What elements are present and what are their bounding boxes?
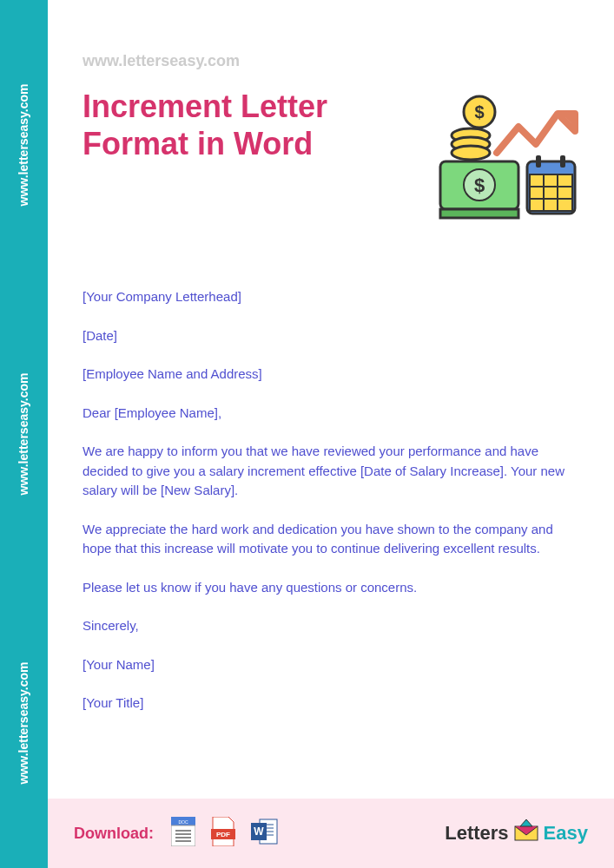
header-row: Increment Letter Format in Word $ $ bbox=[83, 88, 579, 235]
logo-text-1: Letters bbox=[445, 822, 508, 845]
envelope-icon bbox=[513, 819, 539, 847]
doc-icon[interactable]: DOC bbox=[171, 817, 195, 850]
sidebar: www.letterseasy.com www.letterseasy.com … bbox=[0, 0, 48, 868]
letter-body: [Your Company Letterhead] [Date] [Employ… bbox=[83, 287, 579, 713]
paragraph-1: We are happy to inform you that we have … bbox=[83, 442, 579, 501]
employee-line: [Employee Name and Address] bbox=[83, 365, 579, 385]
salutation-line: Dear [Employee Name], bbox=[83, 404, 579, 424]
pdf-icon[interactable]: PDF bbox=[211, 817, 235, 850]
sidebar-watermark-3: www.letterseasy.com bbox=[17, 662, 31, 785]
website-url: www.letterseasy.com bbox=[83, 52, 579, 70]
paragraph-3: Please let us know if you have any quest… bbox=[83, 578, 579, 598]
page-title: Increment Letter Format in Word bbox=[83, 88, 360, 162]
letterhead-line: [Your Company Letterhead] bbox=[83, 287, 579, 307]
content-area: www.letterseasy.com Increment Letter For… bbox=[48, 0, 614, 764]
svg-text:DOC: DOC bbox=[178, 819, 188, 825]
svg-rect-9 bbox=[440, 209, 518, 218]
download-icons: DOC PDF W bbox=[171, 817, 279, 850]
sidebar-watermark-1: www.letterseasy.com bbox=[17, 83, 31, 206]
your-title-line: [Your Title] bbox=[83, 694, 579, 713]
svg-text:W: W bbox=[254, 825, 264, 838]
closing-line: Sincerely, bbox=[83, 616, 579, 636]
logo-text-2: Easy bbox=[544, 822, 588, 845]
paragraph-2: We appreciate the hard work and dedicati… bbox=[83, 520, 579, 559]
your-name-line: [Your Name] bbox=[83, 655, 579, 675]
finance-growth-icon: $ $ bbox=[406, 88, 579, 235]
date-line: [Date] bbox=[83, 326, 579, 346]
svg-rect-11 bbox=[530, 174, 572, 211]
word-icon[interactable]: W bbox=[251, 818, 279, 849]
footer: Download: DOC PDF bbox=[48, 799, 614, 868]
svg-text:$: $ bbox=[474, 174, 485, 196]
svg-rect-19 bbox=[171, 825, 195, 846]
svg-text:$: $ bbox=[474, 102, 484, 122]
svg-rect-17 bbox=[560, 155, 565, 168]
svg-rect-16 bbox=[536, 155, 541, 168]
sidebar-watermark-2: www.letterseasy.com bbox=[17, 373, 31, 496]
svg-text:PDF: PDF bbox=[216, 831, 230, 838]
svg-point-5 bbox=[452, 146, 490, 160]
download-label: Download: bbox=[74, 825, 154, 843]
brand-logo: Letters Easy bbox=[445, 819, 588, 847]
